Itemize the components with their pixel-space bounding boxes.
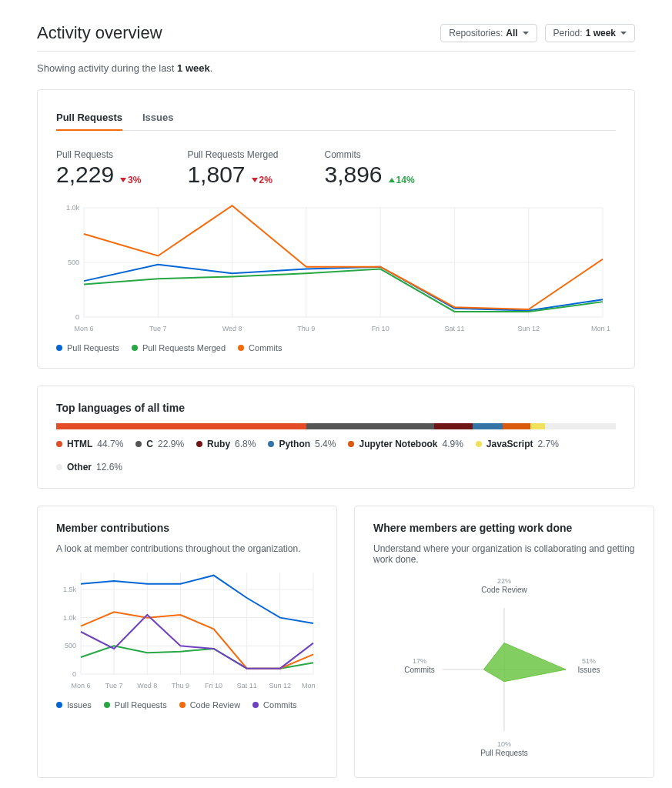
svg-text:Pull Requests: Pull Requests [480, 749, 528, 757]
svg-text:Wed 8: Wed 8 [222, 325, 242, 332]
svg-text:Mon 6: Mon 6 [74, 325, 93, 332]
period-filter-button[interactable]: Period: 1 week [545, 24, 635, 42]
subtitle: Showing activity during the last 1 week. [37, 62, 635, 74]
svg-text:0: 0 [75, 313, 79, 321]
legend-item: Issues [56, 700, 92, 710]
svg-text:17%: 17% [413, 657, 426, 665]
metrics-row: Pull Requests2,2293%Pull Requests Merged… [56, 146, 616, 202]
work-done-radar-chart: 22%Code Review51%Issues10%Pull Requests1… [373, 577, 635, 762]
legend-dot-icon [238, 345, 244, 351]
legend-label: Commits [249, 343, 282, 352]
activity-panel: Pull Requests Issues Pull Requests2,2293… [37, 89, 635, 369]
header-controls: Repositories: All Period: 1 week [440, 24, 635, 42]
legend-item: Pull Requests [104, 700, 167, 710]
svg-text:1.0k: 1.0k [63, 614, 77, 622]
legend-dot-icon [56, 345, 62, 351]
language-pct: 2.7% [538, 439, 559, 449]
languages-legend: HTML44.7%C22.9%Ruby6.8%Python5.4%Jupyter… [56, 439, 616, 472]
metric-label: Pull Requests [56, 149, 141, 160]
language-segment [503, 423, 530, 429]
activity-chart: 05001.0kMon 6Tue 7Wed 8Thu 9Fri 10Sat 11… [56, 202, 616, 332]
repos-prefix: Repositories: [449, 28, 503, 38]
language-legend-item: Ruby6.8% [196, 439, 256, 449]
repositories-filter-button[interactable]: Repositories: All [440, 24, 537, 42]
subtitle-period: 1 week [177, 62, 210, 74]
legend-dot-icon [56, 464, 62, 470]
arrow-down-icon [252, 178, 258, 182]
metric-trend: 2% [252, 175, 272, 185]
svg-text:Thu 9: Thu 9 [172, 682, 189, 690]
language-name: Ruby [207, 439, 230, 449]
metric-trend-pct: 14% [396, 175, 415, 185]
member-contributions-subtitle: A look at member contributions throughou… [56, 543, 318, 554]
svg-text:Commits: Commits [404, 666, 434, 674]
svg-text:Sun 12: Sun 12 [269, 682, 292, 690]
metric: Pull Requests2,2293% [56, 149, 141, 188]
tab-pull-requests[interactable]: Pull Requests [56, 105, 122, 131]
arrow-up-icon [389, 178, 395, 182]
svg-text:500: 500 [68, 259, 79, 266]
legend-dot-icon [252, 702, 259, 708]
metric-trend: 3% [120, 175, 141, 185]
legend-dot-icon [476, 441, 482, 447]
metric-value-row: 3,89614% [324, 162, 414, 188]
language-pct: 6.8% [235, 439, 256, 449]
svg-text:Code Review: Code Review [481, 586, 527, 594]
legend-dot-icon [104, 702, 110, 708]
svg-text:Fri 10: Fri 10 [205, 682, 222, 690]
language-name: Jupyter Notebook [359, 439, 437, 449]
legend-dot-icon [56, 441, 62, 447]
svg-text:Issues: Issues [578, 666, 600, 674]
metric-value: 1,807 [187, 162, 245, 188]
language-segment [545, 423, 616, 429]
metric-label: Commits [324, 149, 414, 160]
chevron-down-icon [620, 32, 627, 35]
metric-label: Pull Requests Merged [187, 149, 278, 160]
language-pct: 12.6% [96, 462, 122, 472]
subtitle-prefix: Showing activity during the last [37, 62, 177, 74]
svg-text:22%: 22% [497, 577, 511, 585]
svg-text:Sat 11: Sat 11 [237, 682, 257, 690]
language-segment [530, 423, 546, 429]
legend-label: Pull Requests Merged [142, 343, 226, 352]
bottom-row: Member contributions A look at member co… [37, 506, 635, 778]
svg-text:Wed 8: Wed 8 [137, 682, 157, 690]
member-contributions-legend: IssuesPull RequestsCode ReviewCommits [56, 700, 318, 710]
legend-item: Commits [238, 343, 282, 352]
legend-dot-icon [135, 441, 142, 447]
svg-text:Fri 10: Fri 10 [372, 325, 389, 332]
languages-panel: Top languages of all time HTML44.7%C22.9… [37, 386, 635, 489]
metric-value: 2,229 [56, 162, 114, 188]
member-contributions-panel: Member contributions A look at member co… [37, 506, 337, 778]
language-name: JavaScript [486, 439, 533, 449]
member-contributions-title: Member contributions [56, 522, 318, 534]
chevron-down-icon [523, 32, 529, 35]
legend-dot-icon [179, 702, 186, 708]
member-contributions-chart: 05001.0k1.5kMon 6Tue 7Wed 8Thu 9Fri 10Sa… [56, 566, 318, 690]
metric-value-row: 1,8072% [187, 162, 278, 188]
activity-tabs: Pull Requests Issues [56, 105, 616, 131]
svg-text:Thu 9: Thu 9 [297, 325, 315, 332]
legend-item: Pull Requests [56, 343, 119, 352]
page-header: Activity overview Repositories: All Peri… [37, 23, 635, 52]
work-done-title: Where members are getting work done [373, 522, 635, 534]
metric: Commits3,89614% [324, 149, 414, 188]
svg-text:Tue 7: Tue 7 [149, 325, 167, 332]
svg-text:Sat 11: Sat 11 [444, 325, 464, 332]
metric-value-row: 2,2293% [56, 162, 141, 188]
legend-label: Issues [67, 700, 92, 710]
language-pct: 44.7% [97, 439, 123, 449]
language-pct: 22.9% [158, 439, 184, 449]
language-name: Other [67, 462, 92, 472]
tab-issues[interactable]: Issues [142, 105, 173, 130]
language-legend-item: Jupyter Notebook4.9% [348, 439, 463, 449]
language-name: C [146, 439, 153, 449]
metric-value: 3,896 [324, 162, 382, 188]
period-value: 1 week [586, 28, 616, 38]
period-prefix: Period: [553, 28, 583, 38]
repos-value: All [506, 28, 517, 38]
language-segment [473, 423, 503, 429]
svg-text:0: 0 [72, 670, 76, 678]
svg-text:Tue 7: Tue 7 [105, 682, 123, 690]
language-legend-item: Python5.4% [268, 439, 336, 449]
